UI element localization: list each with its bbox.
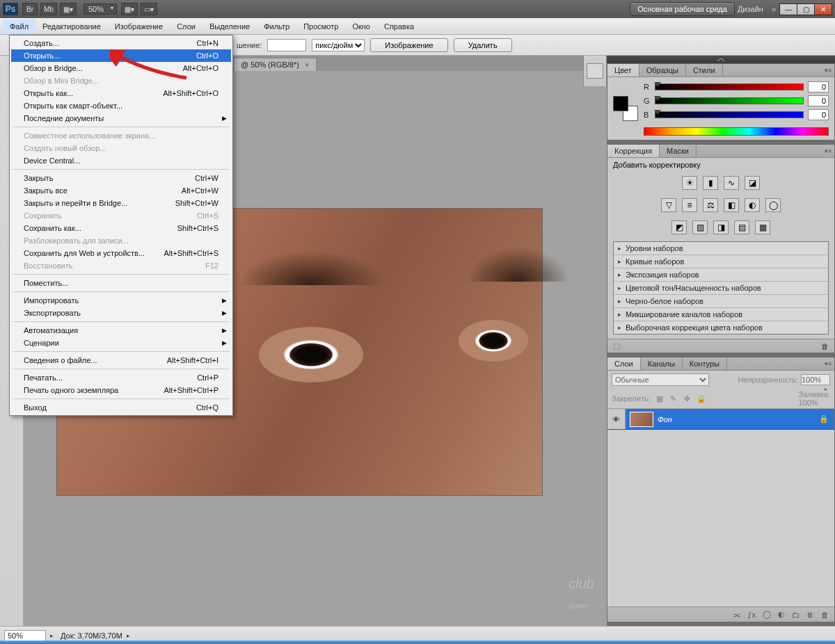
selective-icon[interactable]: ▦ (755, 220, 770, 234)
balance-icon[interactable]: ⚖ (703, 198, 718, 212)
mixer-icon[interactable]: ◯ (765, 198, 781, 212)
file-menu-item[interactable]: Сохранить как...Shift+Ctrl+S (11, 222, 231, 234)
photo-filter-icon[interactable]: ◐ (745, 198, 760, 212)
g-slider[interactable] (655, 97, 804, 104)
file-menu-item[interactable]: Печатать...Ctrl+P (11, 371, 231, 384)
zoom-dropdown[interactable]: 50% (84, 3, 117, 15)
adjustment-layer-icon[interactable]: ◐ (778, 610, 785, 619)
minibridge-button[interactable]: Mb (40, 3, 57, 15)
file-menu-item[interactable]: Создать...Ctrl+N (11, 37, 231, 49)
file-menu-item[interactable]: Поместить... (11, 277, 231, 289)
menu-view[interactable]: Просмотр (296, 19, 345, 33)
r-value[interactable]: 0 (808, 81, 829, 92)
panel-menu-icon[interactable]: ▾≡ (822, 145, 834, 157)
resolution-input[interactable] (267, 39, 306, 51)
tab-styles[interactable]: Стили (686, 64, 723, 77)
adjustment-preset-item[interactable]: Черно-белое наборов (614, 295, 828, 308)
file-menu-item[interactable]: Экспортировать▶ (11, 307, 231, 319)
tab-channels[interactable]: Каналы (641, 357, 683, 370)
menu-layer[interactable]: Слои (170, 19, 202, 33)
view-extras-button[interactable]: ▦▾ (60, 3, 77, 15)
doc-tab[interactable]: @ 50% (RGB/8*)× (233, 58, 317, 71)
r-slider[interactable] (655, 83, 804, 90)
panel-menu-icon[interactable]: ▾≡ (822, 357, 834, 370)
levels-icon[interactable]: ▮ (703, 176, 718, 190)
tab-masks[interactable]: Маски (660, 145, 697, 157)
tab-layers[interactable]: Слои (607, 357, 641, 370)
workspace-design-label[interactable]: Дизайн (738, 5, 763, 13)
file-menu-item[interactable]: Обзор в Bridge...Alt+Ctrl+O (11, 62, 231, 74)
mask-icon[interactable]: ◯ (763, 610, 771, 619)
threshold-icon[interactable]: ◨ (713, 220, 729, 234)
bridge-button[interactable]: Br (22, 3, 38, 15)
menu-select[interactable]: Выделение (202, 19, 257, 33)
layer-visibility-icon[interactable]: 👁 (607, 409, 626, 429)
vibrance-icon[interactable]: ▽ (661, 198, 676, 212)
b-slider[interactable] (655, 111, 804, 118)
resolution-unit-select[interactable]: пикс/дюйм (312, 39, 365, 51)
file-menu-item[interactable]: Закрыть и перейти в Bridge...Shift+Ctrl+… (11, 197, 231, 209)
posterize-icon[interactable]: ▨ (692, 220, 708, 234)
layer-name[interactable]: Фон (658, 415, 819, 424)
menu-window[interactable]: Окно (345, 19, 377, 33)
gradient-map-icon[interactable]: ▤ (734, 220, 749, 234)
adjustment-preset-item[interactable]: Выборочная коррекция цвета наборов (614, 321, 828, 334)
history-icon[interactable] (587, 63, 603, 79)
trash-icon[interactable]: 🗑 (821, 611, 829, 619)
menu-filter[interactable]: Фильтр (257, 19, 296, 33)
maximize-button[interactable]: ▢ (797, 3, 815, 15)
g-value[interactable]: 0 (808, 95, 829, 106)
tab-paths[interactable]: Контуры (683, 357, 727, 370)
file-menu-item[interactable]: Сведения о файле...Alt+Shift+Ctrl+I (11, 354, 231, 367)
dock-collapse-button[interactable] (607, 56, 835, 63)
exposure-icon[interactable]: ◪ (745, 176, 760, 190)
workspace-essentials-button[interactable]: Основная рабочая среда (630, 2, 735, 16)
brightness-icon[interactable]: ☀ (682, 176, 697, 190)
layer-row[interactable]: 👁 Фон 🔒 (607, 409, 834, 430)
lock-pixels-icon[interactable]: ✎ (669, 394, 678, 403)
fg-bg-swatch[interactable] (613, 96, 638, 121)
menu-file[interactable]: Файл (3, 19, 35, 33)
fx-icon[interactable]: ƒx (747, 611, 756, 619)
close-button[interactable]: ✕ (814, 3, 832, 15)
b-value[interactable]: 0 (808, 109, 829, 120)
file-menu-item[interactable]: Сценарии▶ (11, 337, 231, 349)
file-menu-item[interactable]: Печать одного экземпляраAlt+Shift+Ctrl+P (11, 384, 231, 396)
lock-position-icon[interactable]: ✥ (683, 394, 692, 403)
menu-image[interactable]: Изображение (108, 19, 170, 33)
new-layer-icon[interactable]: 🗎 (806, 611, 814, 619)
screen-mode-button[interactable]: ▭▾ (141, 3, 157, 15)
hue-strip[interactable] (644, 127, 829, 136)
file-menu-item[interactable]: Device Central... (11, 154, 231, 167)
adjustment-preset-item[interactable]: Микширование каналов наборов (614, 308, 828, 321)
curves-icon[interactable]: ∿ (724, 176, 739, 190)
arrange-docs-button[interactable]: ▦▾ (121, 3, 138, 15)
fill-value[interactable]: 100% (799, 399, 830, 407)
adj-footer-left-icon[interactable]: ⬚ (613, 341, 620, 351)
menu-edit[interactable]: Редактирование (35, 19, 108, 33)
workspace-more-icon[interactable]: » (772, 5, 776, 13)
minimize-button[interactable]: — (779, 3, 797, 15)
doc-tab-close-icon[interactable]: × (305, 61, 309, 69)
file-menu-item[interactable]: Открыть...Ctrl+O (11, 49, 231, 62)
layer-thumbnail[interactable] (630, 412, 653, 427)
tab-swatches[interactable]: Образцы (639, 64, 686, 77)
crop-image-button[interactable]: Изображение (370, 38, 447, 52)
lock-all-icon[interactable]: 🔒 (697, 394, 706, 403)
file-menu-item[interactable]: Открыть как...Alt+Shift+Ctrl+O (11, 87, 231, 99)
hue-icon[interactable]: ≡ (682, 198, 697, 212)
panel-menu-icon[interactable]: ▾≡ (822, 64, 834, 77)
crop-delete-button[interactable]: Удалить (454, 38, 512, 52)
status-zoom-input[interactable]: 50% (4, 630, 46, 641)
opacity-value[interactable]: 100% (801, 374, 830, 385)
adjustment-preset-item[interactable]: Экспозиция наборов (614, 268, 828, 282)
link-layers-icon[interactable]: ⫘ (733, 611, 740, 619)
adj-footer-right-icon[interactable]: 🗑 (821, 342, 829, 351)
file-menu-item[interactable]: Сохранить для Web и устройств...Alt+Shif… (11, 247, 231, 259)
blend-mode-select[interactable]: Обычные (612, 373, 709, 386)
file-menu-item[interactable]: ЗакрытьCtrl+W (11, 172, 231, 184)
group-icon[interactable]: 🗀 (792, 611, 800, 619)
tab-color[interactable]: Цвет (607, 64, 639, 77)
tab-adjustments[interactable]: Коррекция (607, 145, 660, 157)
file-menu-item[interactable]: Закрыть всеAlt+Ctrl+W (11, 184, 231, 197)
